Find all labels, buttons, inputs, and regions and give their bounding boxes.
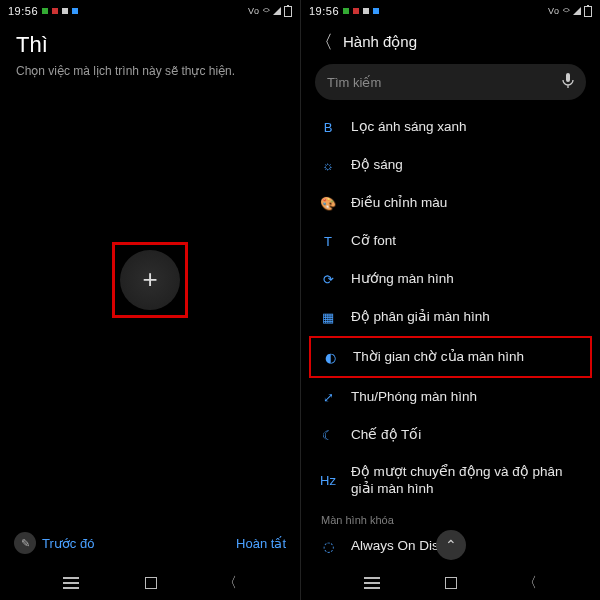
action-icon: ⟳ xyxy=(319,270,337,288)
action-label: Hướng màn hình xyxy=(351,271,582,288)
action-icon: ☾ xyxy=(319,426,337,444)
phone-left: 19:56 Vo ⌔ Thì Chọn việc mà lịch trình n… xyxy=(0,0,300,600)
status-app-icon xyxy=(62,8,68,14)
add-action-button[interactable]: + xyxy=(120,250,180,310)
footer-bar: ✎ Trước đó Hoàn tất xyxy=(0,526,300,566)
battery-icon xyxy=(284,6,292,17)
status-app-icon xyxy=(343,8,349,14)
header: Thì Chọn việc mà lịch trình này sẽ thực … xyxy=(0,22,300,86)
android-nav-bar: 〈 xyxy=(0,566,300,600)
action-label: Độ mượt chuyển động và độ phân giải màn … xyxy=(351,464,582,498)
action-item[interactable]: BLọc ánh sáng xanh xyxy=(311,108,590,146)
action-label: Always On Display xyxy=(351,538,582,555)
previous-button[interactable]: Trước đó xyxy=(42,536,94,551)
page-subtitle: Chọn việc mà lịch trình này sẽ thực hiện… xyxy=(16,64,284,78)
wifi-icon: ⌔ xyxy=(263,5,271,17)
svg-rect-0 xyxy=(566,73,570,82)
action-label: Cỡ font xyxy=(351,233,582,250)
action-icon: ⤢ xyxy=(319,388,337,406)
section-label: Màn hình khóa xyxy=(311,508,590,528)
home-button[interactable] xyxy=(145,577,157,589)
action-label: Thời gian chờ của màn hình xyxy=(353,349,580,366)
status-app-icon xyxy=(373,8,379,14)
back-button[interactable]: 〈 xyxy=(523,574,537,592)
back-icon[interactable]: 〈 xyxy=(315,30,333,54)
action-icon: B xyxy=(319,118,337,136)
status-time: 19:56 xyxy=(8,5,38,17)
action-item[interactable]: HzĐộ mượt chuyển động và độ phân giải mà… xyxy=(311,454,590,508)
action-item[interactable]: ☼Độ sáng xyxy=(311,146,590,184)
back-button[interactable]: 〈 xyxy=(223,574,237,592)
content-area: + xyxy=(0,86,300,526)
status-bar: 19:56 Vo ⌔ xyxy=(0,0,300,22)
battery-icon xyxy=(584,6,592,17)
header-row: 〈 Hành động xyxy=(301,22,600,64)
action-icon: ◐ xyxy=(321,348,339,366)
signal-icon xyxy=(573,7,581,15)
action-item[interactable]: 🎨Điều chỉnh màu xyxy=(311,184,590,222)
signal-icon xyxy=(273,7,281,15)
action-icon: 🎨 xyxy=(319,194,337,212)
action-icon: ◌ xyxy=(319,538,337,556)
scroll-top-button[interactable]: ⌃ xyxy=(436,530,466,560)
status-app-icon xyxy=(363,8,369,14)
page-title: Hành động xyxy=(343,33,417,51)
action-list[interactable]: BLọc ánh sáng xanh☼Độ sáng🎨Điều chỉnh mà… xyxy=(301,108,600,566)
android-nav-bar: 〈 xyxy=(301,566,600,600)
edit-icon[interactable]: ✎ xyxy=(14,532,36,554)
action-item[interactable]: ◐Thời gian chờ của màn hình xyxy=(309,336,592,378)
action-label: Độ phân giải màn hình xyxy=(351,309,582,326)
action-label: Độ sáng xyxy=(351,157,582,174)
action-icon: T xyxy=(319,232,337,250)
home-button[interactable] xyxy=(445,577,457,589)
mic-icon[interactable] xyxy=(562,73,574,92)
status-bar: 19:56 Vo ⌔ xyxy=(301,0,600,22)
page-title: Thì xyxy=(16,32,284,58)
action-label: Lọc ánh sáng xanh xyxy=(351,119,582,136)
plus-icon: + xyxy=(142,264,157,295)
status-app-icon xyxy=(353,8,359,14)
done-button[interactable]: Hoàn tất xyxy=(236,536,286,551)
action-item[interactable]: ⟳Hướng màn hình xyxy=(311,260,590,298)
action-item[interactable]: ▦Độ phân giải màn hình xyxy=(311,298,590,336)
action-item[interactable]: ☾Chế độ Tối xyxy=(311,416,590,454)
status-app-icon xyxy=(72,8,78,14)
action-label: Điều chỉnh màu xyxy=(351,195,582,212)
search-field[interactable]: Tìm kiếm xyxy=(315,64,586,100)
action-item[interactable]: TCỡ font xyxy=(311,222,590,260)
wifi-icon: ⌔ xyxy=(563,5,571,17)
recents-button[interactable] xyxy=(364,582,380,584)
action-icon: ☼ xyxy=(319,156,337,174)
status-app-icon xyxy=(42,8,48,14)
action-icon: Hz xyxy=(319,472,337,490)
vowifi-icon: Vo xyxy=(548,6,560,16)
search-placeholder: Tìm kiếm xyxy=(327,75,381,90)
phone-right: 19:56 Vo ⌔ 〈 Hành động Tìm kiếm BLọc xyxy=(300,0,600,600)
recents-button[interactable] xyxy=(63,582,79,584)
status-time: 19:56 xyxy=(309,5,339,17)
action-label: Chế độ Tối xyxy=(351,427,582,444)
action-icon: ▦ xyxy=(319,308,337,326)
status-app-icon xyxy=(52,8,58,14)
action-item[interactable]: ⤢Thu/Phóng màn hình xyxy=(311,378,590,416)
action-label: Thu/Phóng màn hình xyxy=(351,389,582,406)
vowifi-icon: Vo xyxy=(248,6,260,16)
